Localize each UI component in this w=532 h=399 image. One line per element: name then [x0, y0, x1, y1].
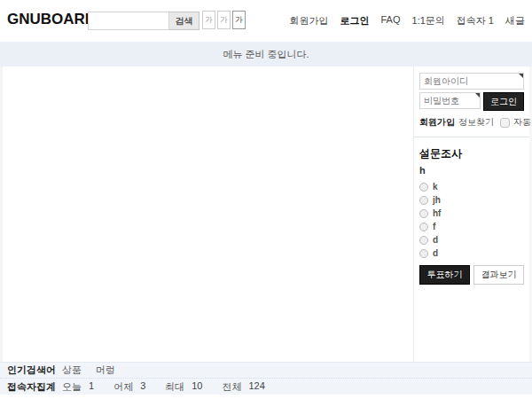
popular-search-row: 인기검색어 상품 머렁 [0, 363, 532, 379]
font-size-medium-button[interactable]: 가 [217, 11, 231, 29]
menu-preparing-message: 메뉴 준비 중입니다. [223, 49, 309, 59]
poll-option-label: hf [433, 208, 441, 218]
nav-visitors[interactable]: 접속자 1 [457, 14, 494, 27]
visitor-stats: 오늘 1 어제 3 최대 10 전체 124 [62, 380, 285, 394]
login-links: 회원가입 정보찾기 자동로그인 [419, 116, 524, 129]
stat-total: 전체 124 [223, 380, 265, 394]
poll-option-label: d [433, 248, 438, 258]
search-button[interactable]: 검색 [169, 12, 200, 30]
stat-value: 1 [89, 380, 94, 394]
signup-link[interactable]: 회원가입 [419, 116, 455, 129]
top-nav: 회원가입 로그인 FAQ 1:1문의 접속자 1 새글 [290, 14, 526, 27]
poll-buttons: 투표하기 결과보기 [419, 265, 524, 285]
footer: 인기검색어 상품 머렁 접속자집계 오늘 1 어제 3 최대 10 [0, 362, 532, 395]
member-id-wrap [419, 73, 524, 90]
radio-icon[interactable] [419, 196, 428, 205]
input-corner-icon [475, 93, 480, 98]
font-size-buttons: 가 가 가 [202, 11, 246, 29]
page: GNUBOARD5 검색 가 가 가 회원가입 로그인 FAQ 1:1문의 접속… [0, 0, 532, 399]
header: GNUBOARD5 검색 가 가 가 회원가입 로그인 FAQ 1:1문의 접속… [0, 0, 532, 42]
radio-icon[interactable] [419, 249, 428, 258]
poll-option-label: f [433, 222, 435, 231]
search-input[interactable] [88, 12, 169, 30]
visitor-stats-title: 접속자집계 [7, 380, 62, 394]
poll-option-label: k [433, 182, 438, 192]
password-wrap [419, 92, 481, 111]
popular-keyword[interactable]: 머렁 [96, 364, 115, 377]
password-row: 로그인 [419, 92, 524, 111]
find-info-link[interactable]: 정보찾기 [458, 116, 494, 129]
nav-faq[interactable]: FAQ [381, 14, 401, 27]
radio-icon[interactable] [419, 223, 428, 231]
popular-search-title: 인기검색어 [7, 364, 62, 377]
nav-signup[interactable]: 회원가입 [290, 14, 329, 27]
stat-today: 오늘 1 [62, 380, 94, 394]
poll-title: 설문조사 [419, 146, 524, 161]
vote-button[interactable]: 투표하기 [419, 265, 470, 285]
stat-value: 3 [140, 380, 145, 394]
font-size-small-button[interactable]: 가 [202, 11, 215, 29]
login-button[interactable]: 로그인 [483, 92, 524, 111]
input-corner-icon [519, 74, 523, 78]
poll-option[interactable]: jh [419, 195, 524, 205]
main-content: 로그인 회원가입 정보찾기 자동로그인 설문조사 h k [0, 66, 532, 362]
popular-keyword[interactable]: 상품 [62, 364, 82, 377]
login-box: 로그인 회원가입 정보찾기 자동로그인 [414, 66, 529, 137]
stat-label: 오늘 [62, 380, 82, 394]
poll-result-button[interactable]: 결과보기 [473, 265, 524, 285]
poll-option[interactable]: f [419, 222, 524, 231]
auto-login-label: 자동로그인 [513, 116, 532, 129]
search-form: 검색 [88, 12, 200, 30]
menu-bar: 메뉴 준비 중입니다. [0, 42, 532, 66]
poll-option-label: d [433, 235, 438, 245]
poll-options: k jh hf f d [419, 182, 524, 258]
nav-one-to-one[interactable]: 1:1문의 [412, 14, 445, 27]
stat-yesterday: 어제 3 [113, 380, 145, 394]
radio-icon[interactable] [419, 183, 428, 192]
poll-option[interactable]: d [419, 235, 524, 245]
stat-label: 최대 [165, 380, 184, 394]
password-input[interactable] [419, 92, 481, 109]
popular-keywords: 상품 머렁 [62, 364, 115, 377]
poll-box: 설문조사 h k jh hf [414, 137, 529, 293]
nav-login[interactable]: 로그인 [340, 14, 370, 27]
nav-new-posts[interactable]: 새글 [505, 14, 525, 27]
stat-label: 전체 [223, 380, 242, 394]
poll-question: h [419, 165, 524, 176]
auto-login-checkbox[interactable] [500, 118, 510, 128]
stat-label: 어제 [113, 380, 133, 394]
stat-value: 10 [192, 380, 202, 394]
stat-value: 124 [249, 380, 265, 394]
font-size-large-button[interactable]: 가 [232, 11, 246, 29]
poll-option-label: jh [433, 195, 441, 205]
visitor-stats-row: 접속자집계 오늘 1 어제 3 최대 10 전체 124 [0, 379, 532, 395]
poll-option[interactable]: hf [419, 208, 524, 218]
sidebar: 로그인 회원가입 정보찾기 자동로그인 설문조사 h k [413, 66, 529, 362]
poll-option[interactable]: k [419, 182, 524, 192]
member-id-input[interactable] [419, 73, 524, 90]
poll-option[interactable]: d [419, 248, 524, 258]
radio-icon[interactable] [419, 209, 428, 218]
radio-icon[interactable] [419, 236, 428, 245]
stat-max: 최대 10 [165, 380, 202, 394]
